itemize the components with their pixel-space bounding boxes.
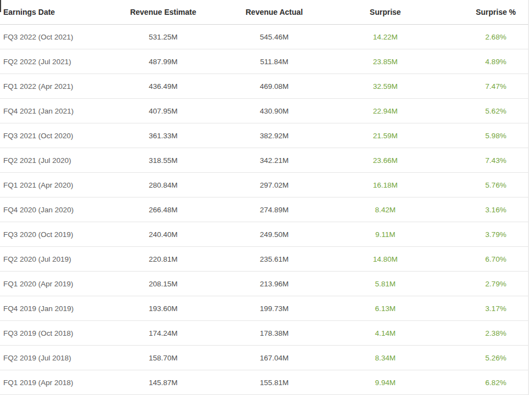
surprise-pct-cell: 2.79% — [442, 272, 528, 296]
earnings-date-cell: FQ3 2021 (Oct 2020) — [0, 123, 107, 148]
earnings-date-cell: FQ3 2019 (Oct 2018) — [0, 321, 107, 346]
surprise-pct-cell: 7.47% — [442, 74, 528, 99]
earnings-date-cell: FQ3 2022 (Oct 2021) — [0, 25, 107, 49]
surprise-cell: 14.80M — [329, 247, 442, 272]
revenue-actual-cell: 199.73M — [219, 296, 329, 321]
surprise-cell: 21.59M — [329, 123, 442, 148]
column-header-surprise: Surprise — [329, 0, 442, 25]
revenue-actual-cell: 235.61M — [219, 247, 329, 272]
revenue-estimate-cell: 220.81M — [107, 247, 219, 272]
revenue-estimate-cell: 174.24M — [107, 321, 219, 346]
surprise-cell: 8.42M — [329, 198, 442, 222]
earnings-date-cell: FQ1 2022 (Apr 2021) — [0, 74, 107, 99]
revenue-actual-cell: 430.90M — [219, 99, 329, 123]
earnings-date-cell: FQ4 2021 (Jan 2021) — [0, 99, 107, 123]
table-row: FQ1 2019 (Apr 2018) 145.87M 155.81M 9.94… — [0, 370, 528, 395]
revenue-actual-cell: 249.50M — [219, 222, 329, 247]
surprise-cell: 9.94M — [329, 370, 442, 395]
left-edge-mark — [0, 0, 1, 12]
table-header: Earnings Date Revenue Estimate Revenue A… — [0, 0, 528, 25]
revenue-actual-cell: 155.81M — [219, 370, 329, 395]
table-row: FQ2 2020 (Jul 2019) 220.81M 235.61M 14.8… — [0, 247, 528, 272]
table-row: FQ3 2022 (Oct 2021) 531.25M 545.46M 14.2… — [0, 25, 528, 49]
revenue-actual-cell: 469.08M — [219, 74, 329, 99]
surprise-cell: 14.22M — [329, 25, 442, 49]
table-row: FQ1 2020 (Apr 2019) 208.15M 213.96M 5.81… — [0, 272, 528, 296]
revenue-estimate-cell: 266.48M — [107, 198, 219, 222]
revenue-estimate-cell: 193.60M — [107, 296, 219, 321]
column-header-revenue-estimate: Revenue Estimate — [107, 0, 219, 25]
surprise-cell: 16.18M — [329, 173, 442, 198]
table-row: FQ4 2020 (Jan 2020) 266.48M 274.89M 8.42… — [0, 198, 528, 222]
earnings-date-cell: FQ2 2021 (Jul 2020) — [0, 148, 107, 173]
earnings-date-cell: FQ4 2019 (Jan 2019) — [0, 296, 107, 321]
surprise-cell: 23.66M — [329, 148, 442, 173]
table-body: FQ3 2022 (Oct 2021) 531.25M 545.46M 14.2… — [0, 25, 528, 395]
earnings-table-container: Earnings Date Revenue Estimate Revenue A… — [0, 0, 529, 395]
earnings-date-cell: FQ2 2019 (Jul 2018) — [0, 346, 107, 370]
revenue-estimate-cell: 487.99M — [107, 49, 219, 74]
surprise-pct-cell: 5.76% — [442, 173, 528, 198]
revenue-estimate-cell: 318.55M — [107, 148, 219, 173]
column-header-earnings-date: Earnings Date — [0, 0, 107, 25]
earnings-date-cell: FQ2 2020 (Jul 2019) — [0, 247, 107, 272]
earnings-date-cell: FQ1 2019 (Apr 2018) — [0, 370, 107, 395]
table-row: FQ3 2019 (Oct 2018) 174.24M 178.38M 4.14… — [0, 321, 528, 346]
surprise-pct-cell: 5.98% — [442, 123, 528, 148]
surprise-pct-cell: 6.70% — [442, 247, 528, 272]
surprise-pct-cell: 3.16% — [442, 198, 528, 222]
table-row: FQ2 2019 (Jul 2018) 158.70M 167.04M 8.34… — [0, 346, 528, 370]
revenue-actual-cell: 167.04M — [219, 346, 329, 370]
surprise-pct-cell: 3.79% — [442, 222, 528, 247]
revenue-estimate-cell: 240.40M — [107, 222, 219, 247]
earnings-date-cell: FQ1 2021 (Apr 2020) — [0, 173, 107, 198]
column-header-surprise-pct: Surprise % — [442, 0, 528, 25]
earnings-history-panel: Earnings Date Revenue Estimate Revenue A… — [0, 0, 532, 395]
table-row: FQ1 2022 (Apr 2021) 436.49M 469.08M 32.5… — [0, 74, 528, 99]
surprise-pct-cell: 4.89% — [442, 49, 528, 74]
earnings-date-cell: FQ2 2022 (Jul 2021) — [0, 49, 107, 74]
table-row: FQ3 2020 (Oct 2019) 240.40M 249.50M 9.11… — [0, 222, 528, 247]
revenue-actual-cell: 178.38M — [219, 321, 329, 346]
earnings-history-table: Earnings Date Revenue Estimate Revenue A… — [0, 0, 528, 395]
earnings-date-cell: FQ1 2020 (Apr 2019) — [0, 272, 107, 296]
revenue-estimate-cell: 280.84M — [107, 173, 219, 198]
surprise-cell: 4.14M — [329, 321, 442, 346]
column-header-revenue-actual: Revenue Actual — [219, 0, 329, 25]
revenue-actual-cell: 274.89M — [219, 198, 329, 222]
table-row: FQ2 2021 (Jul 2020) 318.55M 342.21M 23.6… — [0, 148, 528, 173]
table-row: FQ3 2021 (Oct 2020) 361.33M 382.92M 21.5… — [0, 123, 528, 148]
revenue-actual-cell: 382.92M — [219, 123, 329, 148]
surprise-pct-cell: 5.62% — [442, 99, 528, 123]
revenue-actual-cell: 342.21M — [219, 148, 329, 173]
revenue-estimate-cell: 208.15M — [107, 272, 219, 296]
surprise-cell: 8.34M — [329, 346, 442, 370]
surprise-cell: 9.11M — [329, 222, 442, 247]
revenue-estimate-cell: 145.87M — [107, 370, 219, 395]
revenue-actual-cell: 545.46M — [219, 25, 329, 49]
table-row: FQ4 2021 (Jan 2021) 407.95M 430.90M 22.9… — [0, 99, 528, 123]
revenue-estimate-cell: 158.70M — [107, 346, 219, 370]
surprise-pct-cell: 3.17% — [442, 296, 528, 321]
revenue-estimate-cell: 436.49M — [107, 74, 219, 99]
surprise-cell: 23.85M — [329, 49, 442, 74]
revenue-estimate-cell: 531.25M — [107, 25, 219, 49]
surprise-pct-cell: 2.38% — [442, 321, 528, 346]
surprise-cell: 6.13M — [329, 296, 442, 321]
surprise-pct-cell: 2.68% — [442, 25, 528, 49]
surprise-pct-cell: 5.26% — [442, 346, 528, 370]
earnings-date-cell: FQ4 2020 (Jan 2020) — [0, 198, 107, 222]
surprise-cell: 22.94M — [329, 99, 442, 123]
revenue-actual-cell: 213.96M — [219, 272, 329, 296]
table-row: FQ2 2022 (Jul 2021) 487.99M 511.84M 23.8… — [0, 49, 528, 74]
earnings-date-cell: FQ3 2020 (Oct 2019) — [0, 222, 107, 247]
revenue-estimate-cell: 361.33M — [107, 123, 219, 148]
surprise-cell: 5.81M — [329, 272, 442, 296]
surprise-pct-cell: 7.43% — [442, 148, 528, 173]
table-row: FQ4 2019 (Jan 2019) 193.60M 199.73M 6.13… — [0, 296, 528, 321]
table-row: FQ1 2021 (Apr 2020) 280.84M 297.02M 16.1… — [0, 173, 528, 198]
table-header-row: Earnings Date Revenue Estimate Revenue A… — [0, 0, 528, 25]
revenue-actual-cell: 297.02M — [219, 173, 329, 198]
surprise-pct-cell: 6.82% — [442, 370, 528, 395]
revenue-actual-cell: 511.84M — [219, 49, 329, 74]
